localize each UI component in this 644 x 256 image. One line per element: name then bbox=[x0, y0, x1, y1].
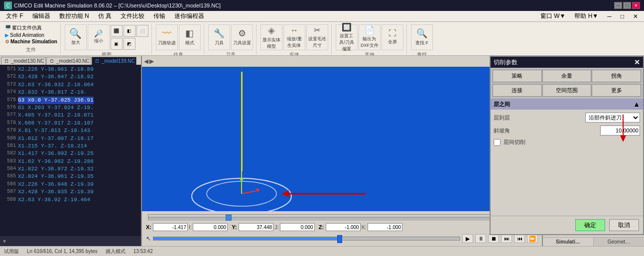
cp-confirm-button[interactable]: 确定 bbox=[575, 219, 605, 231]
tool-button[interactable]: 🔧 刀具 bbox=[208, 24, 230, 50]
mode-label: 模式 bbox=[185, 40, 194, 46]
nc-line-576: 576G1 X.203 Y-37.024 Z-19. bbox=[2, 104, 139, 112]
view-btn-3[interactable]: ⬜ bbox=[136, 25, 148, 37]
progress-thumb[interactable] bbox=[337, 235, 342, 243]
zoom-in-button[interactable]: 🔍 放大 bbox=[65, 24, 87, 50]
cp-tabs-row2: 连接 空间范围 更多 bbox=[491, 84, 643, 99]
pause-button[interactable]: ⏸ bbox=[475, 234, 486, 243]
cp-tab-strategy[interactable]: 策略 bbox=[493, 70, 542, 82]
show-solid-label: 显示实体模型 bbox=[262, 37, 281, 50]
menu-compare[interactable]: 文件比较 bbox=[117, 11, 148, 21]
step-back-button[interactable]: ⏮ bbox=[514, 234, 525, 243]
step-forward-button[interactable]: ⏭ bbox=[501, 234, 512, 243]
nc-line-573: 573X2.63 Y-36.932 Z-18.964 bbox=[2, 81, 139, 89]
cp-tab-connect[interactable]: 连接 bbox=[493, 84, 542, 97]
menu-help[interactable]: 帮助 H▼ bbox=[570, 11, 602, 21]
minimize-button[interactable]: ─ bbox=[614, 2, 622, 9]
menu-close2[interactable]: ✕ bbox=[629, 12, 642, 21]
cp-cancel-button[interactable]: 取消 bbox=[609, 219, 639, 231]
rp-tab-geo[interactable]: Geomet… bbox=[594, 238, 644, 246]
progress-bar[interactable] bbox=[153, 237, 460, 241]
tab-model139[interactable]: 🗒 _model139.NC × bbox=[92, 57, 136, 65]
i-coord-input[interactable] bbox=[193, 223, 228, 231]
cp-layer-row: 层到层 沿部件斜进刀 bbox=[494, 113, 640, 123]
title-bar: C CIMCO Edit Machine Simulation 8.06.02 … bbox=[0, 0, 644, 11]
viewport-nav-left[interactable]: ◀ bbox=[144, 58, 148, 65]
nc-code-581: X1.215 Y-37. Z-19.214 bbox=[18, 142, 87, 150]
view-btn-4[interactable]: ▣ bbox=[111, 38, 123, 50]
cp-titlebar: 切削参数 ✕ bbox=[491, 57, 643, 68]
cp-tabs-row1: 策略 余量 拐角 bbox=[491, 68, 643, 84]
close-button[interactable]: ✕ bbox=[632, 2, 640, 9]
cursor-icon: ↖ bbox=[146, 235, 151, 242]
nc-editor-bottom: ▼ bbox=[0, 236, 141, 246]
nc-code-view[interactable]: 571X2.226 Y-36.961 Z-18.89572X2.428 Y-36… bbox=[0, 65, 141, 236]
menu-sim[interactable]: 仿 真 bbox=[94, 11, 116, 21]
stock-size-button[interactable]: ✂ 设置毛坯尺寸 bbox=[306, 24, 328, 50]
view-btn-1[interactable]: ⬛ bbox=[111, 25, 123, 37]
menu-nc-func[interactable]: 数控功能 N bbox=[55, 11, 93, 21]
toolbar-section-search-label: 查找 bbox=[417, 51, 427, 56]
nc-code-582: X1.417 Y-36.992 Z-19.25 bbox=[18, 150, 94, 157]
cp-tab-corner[interactable]: 拐角 bbox=[592, 70, 641, 82]
cp-close-button[interactable]: ✕ bbox=[634, 58, 640, 66]
tool-offset-button[interactable]: 🔲 设置工具/刀具偏置 bbox=[336, 24, 358, 50]
dxf-export-button[interactable]: 📄 输出为DXF文件 bbox=[359, 24, 381, 50]
z-coord-input[interactable] bbox=[326, 223, 361, 231]
cp-angle-input[interactable] bbox=[600, 126, 640, 135]
menu-max2[interactable]: □ bbox=[617, 12, 628, 21]
rp-tab-sim[interactable]: Simulati… bbox=[543, 238, 594, 246]
fullscreen-button[interactable]: ⛶ 全屏 bbox=[382, 24, 403, 50]
play-button[interactable]: ▶ bbox=[462, 234, 473, 243]
menu-min2[interactable]: ─ bbox=[603, 12, 616, 21]
cutting-params-panel: 切削参数 ✕ 策略 余量 拐角 连接 空间范围 更多 层之间 ▲ 层到层 沿部件… bbox=[490, 56, 644, 235]
show-solid-button[interactable]: ◈ 显示实体模型 bbox=[260, 24, 282, 50]
search-label: 查找 F bbox=[415, 40, 428, 46]
menu-transfer[interactable]: 传输 bbox=[149, 11, 169, 21]
j-coord-label: J: bbox=[274, 224, 279, 230]
menu-window[interactable]: 窗口 W▼ bbox=[536, 11, 570, 21]
cube-icon-5: ◩ bbox=[127, 41, 131, 46]
cp-expand-button[interactable]: ▲ bbox=[633, 100, 640, 108]
nc-code-578: X.608 Y-37.017 Z-19.107 bbox=[18, 120, 94, 127]
view-btn-2[interactable]: ◧ bbox=[124, 25, 135, 37]
menu-mini[interactable]: 迷你编程器 bbox=[170, 11, 208, 21]
zoom-out-button[interactable]: 🔎 缩小 bbox=[88, 24, 110, 50]
toolbar-section-view-label: 视图 bbox=[102, 51, 112, 56]
nc-code-579: X.81 Y-37.013 Z-19.143 bbox=[18, 127, 90, 134]
cp-layer-cut-checkbox[interactable] bbox=[494, 139, 501, 146]
stop-button[interactable]: ⏹ bbox=[488, 234, 499, 243]
tab-model140[interactable]: 🗒 _model140.NC × bbox=[46, 57, 91, 65]
progress-thumb-top[interactable] bbox=[226, 215, 232, 221]
cp-layer-select[interactable]: 沿部件斜进刀 bbox=[585, 113, 640, 123]
viewport-3d[interactable] bbox=[142, 67, 542, 211]
title-bar-controls: ─ □ ✕ bbox=[614, 2, 640, 9]
nc-line-579: 579X.81 Y-37.013 Z-19.143 bbox=[2, 127, 139, 134]
k-coord-input[interactable] bbox=[368, 223, 402, 231]
j-coord-input[interactable] bbox=[280, 223, 315, 231]
x-coord-input[interactable] bbox=[153, 223, 188, 231]
toolbar-section-view: 🔍 放大 🔎 缩小 ⬛ ◧ ⬜ ▣ ◩ bbox=[62, 23, 152, 54]
nc-line-581: 581X1.215 Y-37. Z-19.214 bbox=[2, 142, 139, 150]
tool-label: 刀具 bbox=[215, 40, 224, 46]
zoom-regen-button[interactable]: ↔ 缩放/重生实体 bbox=[283, 24, 305, 50]
app-window: C CIMCO Edit Machine Simulation 8.06.02 … bbox=[0, 0, 644, 256]
fast-forward-button[interactable]: ⏩ bbox=[527, 234, 538, 243]
tool-settings-button[interactable]: ⚙ 刀具设置 bbox=[231, 24, 253, 50]
cp-tab-space[interactable]: 空间范围 bbox=[542, 84, 592, 97]
viewport-nav-right[interactable]: ▶ bbox=[149, 58, 154, 65]
nc-linenum-585: 585 bbox=[2, 173, 16, 180]
menu-editor[interactable]: 编辑器 bbox=[28, 11, 54, 21]
y-coord-input[interactable] bbox=[239, 223, 273, 231]
toolpath-button[interactable]: 〰 刀路轨迹 bbox=[156, 24, 178, 50]
menu-file[interactable]: 文件 F bbox=[2, 11, 27, 21]
search-buttons: 🔍 查找 F bbox=[411, 24, 433, 50]
cp-tab-margin[interactable]: 余量 bbox=[542, 70, 592, 82]
view-btn-5[interactable]: ◩ bbox=[124, 38, 135, 50]
cp-title: 切削参数 bbox=[494, 58, 517, 67]
cp-tab-more[interactable]: 更多 bbox=[592, 84, 641, 97]
mode-button[interactable]: ◧ 模式 bbox=[179, 24, 201, 50]
search-button[interactable]: 🔍 查找 F bbox=[411, 24, 433, 50]
tab-model130[interactable]: 🗒 _model130.NC × bbox=[1, 57, 46, 65]
maximize-button[interactable]: □ bbox=[623, 2, 631, 9]
